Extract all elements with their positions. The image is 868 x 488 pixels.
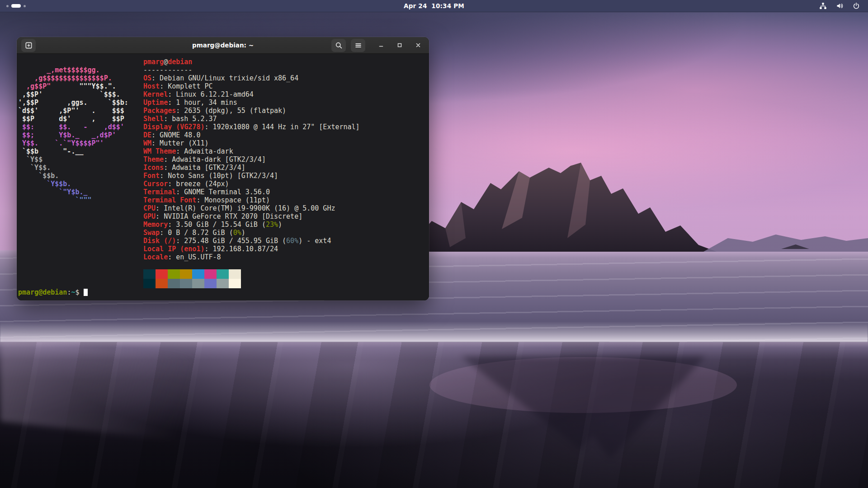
terminal-line: `"Y$b._ xyxy=(18,188,128,196)
text-segment: : en_US.UTF-8 xyxy=(168,253,221,261)
volume-icon xyxy=(836,2,844,9)
terminal-line: ------------ xyxy=(143,66,360,74)
palette-swatch xyxy=(204,279,217,288)
text-segment: Host xyxy=(143,82,160,90)
text-segment: WM xyxy=(143,139,151,147)
text-segment: `"Y$b._ xyxy=(18,188,88,196)
text-segment: ,$$P' `$$$. xyxy=(18,90,120,99)
text-segment: `Y$$. xyxy=(18,164,51,172)
text-segment: pmarg@debian xyxy=(18,288,67,296)
debian-ascii-logo: _,met$$$$$gg. ,g$$$$$$$$$$$$$$$P. ,g$$P"… xyxy=(18,66,128,204)
text-segment: Disk (/) xyxy=(143,237,176,245)
palette-swatch xyxy=(156,269,168,279)
text-segment: ,g$$P" xyxy=(18,82,51,90)
palette-swatch xyxy=(143,279,156,288)
desktop-wallpaper[interactable]: pmarg@debian: ~ xyxy=(0,12,868,488)
power-icon xyxy=(853,2,860,9)
new-tab-button[interactable] xyxy=(21,39,36,52)
text-segment: : 192.168.10.87/24 xyxy=(204,245,278,253)
terminal-line: pmarg@debian:~$ xyxy=(18,288,88,296)
text-segment: : NVIDIA GeForce RTX 2070 [Discrete] xyxy=(156,212,302,221)
terminal-line: WM: Mutter (X11) xyxy=(143,139,360,147)
terminal-color-palette xyxy=(143,269,241,288)
terminal-line: $$: $$. - ,d$$' xyxy=(18,123,128,131)
text-segment: Memory xyxy=(143,221,168,229)
terminal-line: Shell: bash 5.2.37 xyxy=(143,115,360,123)
text-segment: ',$$P ,ggs. `$$b: xyxy=(18,99,128,107)
text-segment: @ xyxy=(164,58,168,66)
text-segment: DE xyxy=(143,131,151,139)
terminal-line: `""" xyxy=(18,196,128,204)
text-segment: `Y$$b. xyxy=(18,180,71,188)
terminal-line: ,g$$P" """Y$$.". xyxy=(18,82,128,90)
text-segment: Y$$. `.`"Y$$$$P"' xyxy=(18,139,104,147)
text-segment: : GNOME 48.0 xyxy=(151,131,200,139)
palette-swatch xyxy=(229,269,241,279)
terminal-line: Locale: en_US.UTF-8 xyxy=(143,253,360,261)
text-segment: : 275.48 GiB / 455.95 GiB ( xyxy=(176,237,286,245)
search-button[interactable] xyxy=(331,39,346,52)
text-segment: 60% xyxy=(286,237,298,245)
text-segment: 23% xyxy=(266,221,278,229)
text-segment: : Komplett PC xyxy=(160,82,212,90)
minimize-icon xyxy=(377,42,385,49)
maximize-button[interactable] xyxy=(394,40,405,51)
hamburger-menu-icon xyxy=(354,42,362,49)
terminal-line: WM Theme: Adwaita-dark xyxy=(143,147,360,155)
terminal-line: Local IP (eno1): 192.168.10.87/24 xyxy=(143,245,360,253)
terminal-line: OS: Debian GNU/Linux trixie/sid x86_64 xyxy=(143,74,360,82)
terminal-line: Kernel: Linux 6.12.21-amd64 xyxy=(143,90,360,99)
terminal-line: ,$$P' `$$$. xyxy=(18,90,128,99)
terminal-line: Display (VG278): 868x488 @ 144 Hz in 2… xyxy=(143,123,360,131)
text-segment: _,met$$$$$gg. xyxy=(18,66,100,74)
text-segment: $$P d$' , $$P xyxy=(18,115,124,123)
palette-row xyxy=(143,279,241,288)
text-segment: Terminal xyxy=(143,188,176,196)
terminal-line: Disk (/): 275.48 GiB / 455.95 GiB (60%) … xyxy=(143,237,360,245)
text-segment: : 3.50 GiB / 15.54 GiB ( xyxy=(168,221,266,229)
palette-row xyxy=(143,269,241,279)
text-segment: Locale xyxy=(143,253,168,261)
terminal-line: Font: Noto Sans (10pt) [GTK2/3/4] xyxy=(143,172,360,180)
text-segment: : Noto Sans (10pt) [GTK2/3/4] xyxy=(160,172,278,180)
terminal-line: Terminal: GNOME Terminal 3.56.0 xyxy=(143,188,360,196)
text-segment: : Adwaita [GTK2/3/4] xyxy=(164,164,245,172)
minimize-button[interactable] xyxy=(376,40,387,51)
text-segment: : GNOME Terminal 3.56.0 xyxy=(176,188,270,196)
palette-swatch xyxy=(204,269,217,279)
text-segment: 0% xyxy=(233,229,241,237)
text-segment: `$$b. xyxy=(18,172,59,180)
text-cursor xyxy=(84,289,88,296)
menu-button[interactable] xyxy=(351,39,365,52)
text-segment: : bash 5.2.37 xyxy=(164,115,217,123)
palette-swatch xyxy=(192,279,204,288)
window-titlebar[interactable]: pmarg@debian: ~ xyxy=(17,37,429,54)
terminal-line: `$$b "-.__ xyxy=(18,147,128,155)
close-button[interactable] xyxy=(413,40,424,51)
text-segment: ------------ xyxy=(143,66,192,74)
clock-button[interactable]: Apr 24 10:34 PM xyxy=(0,2,868,9)
text-segment: ,g$$$$$$$$$$$$$$$P. xyxy=(18,74,112,82)
terminal-line: Cursor: breeze (24px) xyxy=(143,180,360,188)
new-tab-icon xyxy=(25,42,33,49)
palette-swatch xyxy=(180,269,192,279)
terminal-line: Host: Komplett PC xyxy=(143,82,360,90)
text-segment: `Y$$ xyxy=(18,155,42,164)
text-segment: : breeze (24px) xyxy=(168,180,229,188)
text-segment: WM Theme xyxy=(143,147,176,155)
terminal-screen[interactable]: _,met$$$$$gg. ,g$$$$$$$$$$$$$$$P. ,g$$P"… xyxy=(17,54,429,300)
terminal-line: `Y$$b. xyxy=(18,180,128,188)
terminal-line: `Y$$. xyxy=(18,164,128,172)
text-segment: Packages xyxy=(143,107,176,115)
text-segment: CPU xyxy=(143,204,156,212)
terminal-line: Packages: 2635 (dpkg), 55 (flatpak) xyxy=(143,107,360,115)
terminal-line: GPU: NVIDIA GeForce RTX 2070 [Discrete] xyxy=(143,212,360,221)
text-segment: : Adwaita-dark xyxy=(176,147,233,155)
text-segment: $$; Y$b._ _,d$P' xyxy=(18,131,116,139)
palette-swatch xyxy=(180,279,192,288)
terminal-line: Memory: 3.50 GiB / 15.54 GiB (23%) xyxy=(143,221,360,229)
system-menu-button[interactable] xyxy=(816,0,863,12)
top-bar: Apr 24 10:34 PM xyxy=(0,0,868,12)
text-segment: Font xyxy=(143,172,160,180)
text-segment: Cursor xyxy=(143,180,168,188)
